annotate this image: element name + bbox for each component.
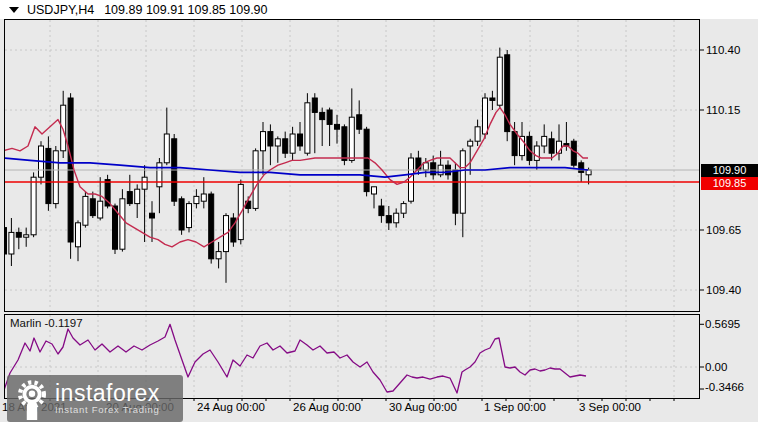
time-axis-label: 1 Sep 00:00	[484, 401, 546, 413]
indicator-name-label: Marlin -0.1197	[10, 317, 83, 329]
instaforex-gear-person-icon	[13, 378, 51, 420]
time-axis-label: 26 Aug 00:00	[293, 401, 361, 413]
watermark-brand-text: instaforex	[55, 382, 160, 404]
chart-title-bar: USDJPY,H4 109.89 109.91 109.85 109.90	[0, 0, 758, 19]
indicator-scale-label: 0.5695	[705, 318, 740, 330]
symbol-dropdown-triangle-icon[interactable]	[9, 7, 19, 13]
chart-window: USDJPY,H4 109.89 109.91 109.85 109.90 11…	[0, 0, 758, 422]
price-axis-label: 110.40	[706, 44, 740, 56]
bid-price-badge: 109.90	[701, 164, 758, 177]
time-axis-label: 30 Aug 00:00	[389, 401, 457, 413]
time-axis-label: 24 Aug 00:00	[197, 401, 265, 413]
price-axis-label: 110.15	[706, 104, 740, 116]
price-axis-label: 109.40	[706, 284, 741, 296]
ohlc-quotes-label: 109.89 109.91 109.85 109.90	[104, 3, 267, 17]
price-chart-canvas[interactable]	[0, 0, 758, 422]
watermark-tagline-text: Instant Forex Trading	[55, 405, 160, 415]
indicator-scale-label: -0.3466	[705, 381, 744, 393]
symbol-period-label: USDJPY,H4	[27, 3, 94, 17]
price-axis-label: 109.65	[706, 224, 741, 236]
time-axis-label: 3 Sep 00:00	[579, 401, 641, 413]
instaforex-watermark: instaforex Instant Forex Trading	[7, 375, 183, 422]
indicator-scale-label: 0.00	[705, 361, 727, 373]
level-price-badge: 109.85	[701, 177, 758, 190]
